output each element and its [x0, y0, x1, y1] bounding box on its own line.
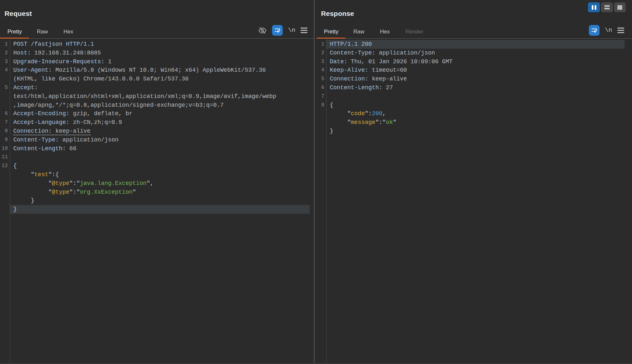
code-line: "code":200, [326, 109, 625, 118]
message-editor-split-view: Request PrettyRawHex \n 1POST /fastjson … [0, 0, 632, 364]
tab-render[interactable]: Render [398, 29, 431, 38]
code-line: } [10, 196, 310, 205]
layout-single-button[interactable] [614, 2, 626, 12]
code-line: "@type":"org.XxException" [10, 188, 310, 197]
response-title: Response [316, 0, 632, 18]
line-number: 8 [316, 101, 326, 110]
code-row: (KHTML, like Gecko) Chrome/143.0.0.0 Saf… [0, 75, 314, 83]
line-number: 4 [316, 66, 326, 75]
line-number: 1 [316, 40, 326, 49]
tab-raw[interactable]: Raw [29, 29, 56, 38]
tab-pretty[interactable]: Pretty [316, 29, 345, 38]
code-line [10, 153, 310, 162]
line-number [0, 101, 10, 110]
tab-hex[interactable]: Hex [56, 29, 81, 38]
line-number [316, 109, 326, 118]
line-number [0, 179, 10, 188]
code-row: 2Content-Type: application/json [316, 49, 632, 57]
code-row: 7Accept-Language: zh-CN,zh;q=0.9 [0, 118, 314, 127]
code-line [326, 92, 625, 101]
word-wrap-icon[interactable] [589, 25, 600, 36]
code-line: { [10, 162, 310, 170]
code-row: 6Accept-Encoding: gzip, deflate, br [0, 109, 314, 118]
code-line: Content-Type: application/json [10, 136, 310, 144]
tab-hex[interactable]: Hex [372, 29, 397, 38]
line-number: 5 [0, 83, 10, 92]
line-number [0, 170, 10, 179]
code-row: 1POST /fastjson HTTP/1.1 [0, 40, 314, 49]
request-toolbar: \n [258, 25, 314, 38]
dotted-underline-text: Connection: keep-alive [13, 128, 91, 135]
word-wrap-icon[interactable] [272, 25, 283, 36]
eye-slash-icon[interactable] [258, 27, 267, 34]
response-editor[interactable]: 1HTTP/1.1 2002Content-Type: application/… [316, 39, 632, 364]
response-tabbar: PrettyRawHexRender \n [316, 25, 632, 38]
code-row: } [0, 196, 314, 205]
line-number: 12 [0, 162, 10, 170]
code-line: (KHTML, like Gecko) Chrome/143.0.0.0 Saf… [10, 75, 310, 83]
line-number: 10 [0, 144, 10, 153]
code-row: 9Content-Type: application/json [0, 136, 314, 144]
code-row: "test":{ [0, 170, 314, 179]
code-row: 4Keep-Alive: timeout=60 [316, 66, 632, 75]
code-row: 1HTTP/1.1 200 [316, 40, 632, 49]
code-row: 6Content-Length: 27 [316, 83, 632, 92]
code-row: } [0, 205, 314, 214]
line-number: 1 [0, 40, 10, 49]
line-number [316, 118, 326, 127]
layout-columns-button[interactable] [588, 2, 600, 12]
code-line: } [326, 127, 625, 136]
line-number: 3 [316, 57, 326, 66]
request-editor[interactable]: 1POST /fastjson HTTP/1.12Host: 192.168.3… [0, 39, 314, 364]
layout-toggle-group [587, 2, 626, 13]
response-toolbar: \n [589, 25, 632, 38]
line-number: 9 [0, 136, 10, 144]
code-line: Content-Type: application/json [326, 49, 625, 57]
code-row: ,image/apng,*/*;q=0.8,application/signed… [0, 101, 314, 110]
line-number: 2 [0, 49, 10, 57]
code-row: } [316, 127, 632, 136]
line-number [0, 188, 10, 197]
code-line: "message":"ok" [326, 118, 625, 127]
code-row: 5Connection: keep-alive [316, 75, 632, 83]
code-line: Accept-Encoding: gzip, deflate, br [10, 109, 310, 118]
menu-icon[interactable] [301, 28, 307, 33]
response-header: Response PrettyRawHexRender \n [316, 0, 632, 39]
layout-rows-button[interactable] [601, 2, 613, 12]
newline-icon[interactable]: \n [288, 27, 295, 34]
code-line: POST /fastjson HTTP/1.1 [10, 40, 310, 49]
request-tabbar: PrettyRawHex \n [0, 25, 314, 38]
code-line: "@type":"java.lang.Exception", [10, 179, 310, 188]
line-number: 8 [0, 127, 10, 136]
code-row: 4User-Agent: Mozilla/5.0 (Windows NT 10.… [0, 66, 314, 75]
request-panel: Request PrettyRawHex \n 1POST /fastjson … [0, 0, 314, 364]
line-number: 6 [316, 83, 326, 92]
code-line: Date: Thu, 01 Jan 2026 10:09:06 GMT [326, 57, 625, 66]
code-row: 8Connection: keep-alive [0, 127, 314, 136]
code-line: } [10, 205, 310, 214]
code-line: Accept: [10, 83, 310, 92]
code-row: 12{ [0, 162, 314, 170]
code-row: "@type":"java.lang.Exception", [0, 179, 314, 188]
tab-raw[interactable]: Raw [345, 29, 372, 38]
line-number [0, 92, 10, 101]
code-line: Keep-Alive: timeout=60 [326, 66, 625, 75]
code-line: "test":{ [10, 170, 310, 179]
code-line: User-Agent: Mozilla/5.0 (Windows NT 10.0… [10, 66, 310, 75]
code-line: HTTP/1.1 200 [326, 40, 625, 49]
menu-icon[interactable] [617, 28, 624, 33]
code-row: "code":200, [316, 109, 632, 118]
line-number [0, 196, 10, 205]
newline-icon[interactable]: \n [605, 27, 612, 34]
line-number: 7 [316, 92, 326, 101]
tab-pretty[interactable]: Pretty [0, 29, 29, 38]
line-number: 2 [316, 49, 326, 57]
line-number: 3 [0, 57, 10, 66]
line-number: 7 [0, 118, 10, 127]
code-line: Content-Length: 66 [10, 144, 310, 153]
code-row: "@type":"org.XxException" [0, 188, 314, 197]
line-number [0, 75, 10, 83]
line-number: 5 [316, 75, 326, 83]
request-title: Request [0, 0, 314, 18]
code-row: 5Accept: [0, 83, 314, 92]
